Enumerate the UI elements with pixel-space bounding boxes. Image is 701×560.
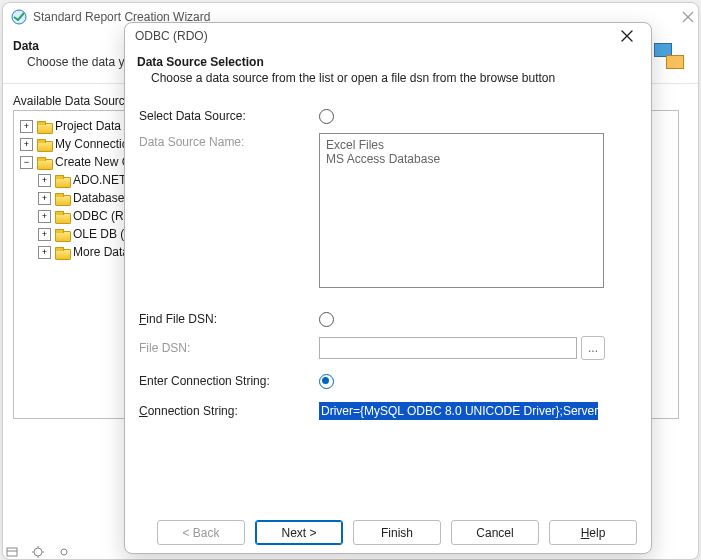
collapse-icon[interactable]: −: [20, 156, 33, 169]
folder-icon: [55, 229, 69, 240]
connection-string-label: Connection String:: [139, 404, 319, 418]
help-button[interactable]: Help: [549, 520, 637, 545]
find-file-dsn-radio[interactable]: [319, 312, 334, 327]
folder-icon: [37, 121, 51, 132]
select-data-source-label: Select Data Source:: [139, 109, 319, 123]
expand-icon[interactable]: +: [38, 174, 51, 187]
link-icon[interactable]: [56, 544, 72, 560]
browse-file-dsn-button[interactable]: ...: [581, 336, 605, 360]
expand-icon[interactable]: +: [20, 120, 33, 133]
file-dsn-label: File DSN:: [139, 341, 319, 355]
close-button[interactable]: [613, 25, 641, 47]
debug-icon[interactable]: [30, 544, 46, 560]
svg-point-2: [34, 548, 42, 556]
dialog-button-bar: < Back Next > Finish Cancel Help: [125, 520, 651, 545]
wizard-close-icon[interactable]: [654, 7, 694, 27]
tree-item-label: More Data: [73, 245, 129, 259]
wizard-banner-graphic: [654, 43, 684, 69]
back-button[interactable]: < Back: [157, 520, 245, 545]
connection-string-input[interactable]: Driver={MySQL ODBC 8.0 UNICODE Driver};S…: [319, 402, 598, 420]
data-source-listbox[interactable]: Excel FilesMS Access Database: [319, 133, 604, 288]
next-button[interactable]: Next >: [255, 520, 343, 545]
list-item[interactable]: MS Access Database: [326, 152, 597, 166]
odbc-dialog: ODBC (RDO) Data Source Selection Choose …: [124, 22, 652, 554]
cancel-button[interactable]: Cancel: [451, 520, 539, 545]
folder-icon: [37, 139, 51, 150]
finish-button[interactable]: Finish: [353, 520, 441, 545]
list-item[interactable]: Excel Files: [326, 138, 597, 152]
odbc-banner-title: Data Source Selection: [137, 55, 639, 69]
odbc-dialog-title: ODBC (RDO): [135, 29, 208, 43]
odbc-banner-subtitle: Choose a data source from the list or op…: [137, 71, 639, 85]
enter-connection-string-radio[interactable]: [319, 374, 334, 389]
expand-icon[interactable]: +: [38, 192, 51, 205]
find-file-dsn-label: Find File DSN:: [139, 312, 319, 326]
odbc-banner: Data Source Selection Choose a data sour…: [125, 43, 651, 97]
folder-icon: [55, 175, 69, 186]
enter-connection-string-label: Enter Connection String:: [139, 374, 319, 388]
expand-icon[interactable]: +: [38, 210, 51, 223]
file-dsn-input[interactable]: [319, 337, 577, 359]
folder-icon: [55, 211, 69, 222]
expand-icon[interactable]: +: [38, 246, 51, 259]
data-source-name-label: Data Source Name:: [139, 133, 319, 149]
folder-icon: [37, 157, 51, 168]
app-icon: [11, 9, 27, 25]
expand-icon[interactable]: +: [20, 138, 33, 151]
ide-toolbar-fragment: [0, 544, 76, 560]
tree-item-label: Project Data: [55, 119, 121, 133]
select-data-source-radio[interactable]: [319, 109, 334, 124]
folder-icon: [55, 247, 69, 258]
expand-icon[interactable]: +: [38, 228, 51, 241]
svg-rect-1: [7, 548, 17, 556]
folder-icon: [55, 193, 69, 204]
output-icon[interactable]: [4, 544, 20, 560]
